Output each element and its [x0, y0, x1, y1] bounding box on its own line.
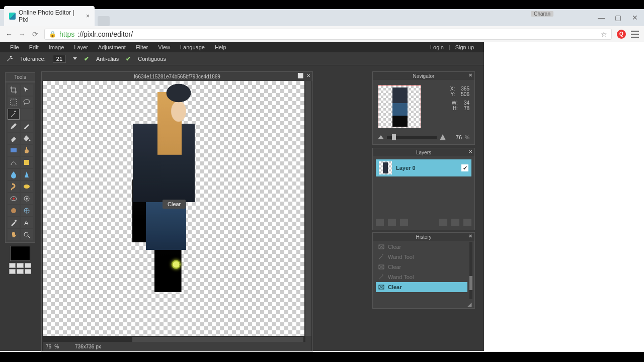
bloat-tool[interactable]: [8, 205, 20, 216]
layer-name: Layer 0: [396, 165, 457, 171]
bookmark-star-icon[interactable]: ☆: [601, 30, 607, 38]
zoom-slider[interactable]: [387, 136, 437, 139]
svg-point-15: [24, 232, 28, 236]
history-title: History: [416, 234, 431, 240]
tools-panel: Tools: [5, 72, 35, 274]
maximize-button[interactable]: ▢: [615, 14, 622, 21]
marquee-tool[interactable]: [8, 97, 20, 108]
sharpen-tool[interactable]: [21, 169, 33, 180]
history-resize-icon[interactable]: ◢: [467, 301, 473, 307]
menu-adjustment[interactable]: Adjustment: [93, 44, 131, 50]
zoom-in-icon[interactable]: [440, 134, 446, 140]
minimize-button[interactable]: —: [598, 14, 605, 21]
contiguous-checkbox[interactable]: ✔: [126, 55, 131, 62]
status-dimensions: 736x736 px: [75, 344, 101, 349]
tolerance-dropdown-icon[interactable]: [73, 57, 77, 60]
history-item[interactable]: Clear: [376, 242, 467, 252]
eraser-tool[interactable]: [8, 133, 20, 144]
layer-styles-icon[interactable]: [400, 219, 408, 226]
menu-edit[interactable]: Edit: [24, 44, 44, 50]
signup-link[interactable]: Sign up: [450, 44, 479, 50]
doc-close-icon[interactable]: ✕: [306, 73, 310, 78]
crop-tool[interactable]: [8, 84, 20, 96]
back-button[interactable]: ←: [5, 30, 13, 38]
antialias-checkbox[interactable]: ✔: [84, 55, 89, 62]
vertical-scrollbar[interactable]: [305, 81, 311, 336]
delete-layer-icon[interactable]: [451, 219, 459, 226]
favicon-icon: [9, 13, 16, 20]
menu-help[interactable]: Help: [210, 44, 231, 50]
sponge-tool[interactable]: [21, 181, 33, 192]
document-statusbar: 76 % 736x736 px: [43, 342, 311, 351]
history-close-icon[interactable]: ✕: [468, 233, 472, 239]
foreground-color[interactable]: [10, 246, 30, 261]
layer-settings-icon[interactable]: [376, 219, 384, 226]
menu-filter[interactable]: Filter: [131, 44, 153, 50]
swatch-presets[interactable]: [5, 263, 35, 274]
new-layer-icon[interactable]: [439, 219, 447, 226]
image-content: [111, 80, 246, 341]
history-scrollbar[interactable]: [469, 242, 472, 299]
resize-corner-icon[interactable]: [305, 336, 311, 342]
extension-icon[interactable]: Q: [617, 30, 626, 39]
pixlr-editor: File Edit Image Layer Adjustment Filter …: [0, 42, 484, 351]
draw-tool[interactable]: [21, 157, 33, 168]
reload-button[interactable]: ⟳: [31, 30, 39, 38]
blur-tool[interactable]: [8, 169, 20, 180]
menu-button[interactable]: [631, 31, 639, 38]
menu-view[interactable]: View: [153, 44, 175, 50]
smudge-tool[interactable]: [8, 181, 20, 192]
wand-tool[interactable]: [8, 109, 20, 120]
spot-tool[interactable]: [21, 193, 33, 204]
navigator-close-icon[interactable]: ✕: [468, 72, 472, 78]
bucket-tool[interactable]: [21, 133, 33, 144]
action-tooltip: Clear: [163, 200, 186, 209]
new-tab-button[interactable]: [98, 16, 110, 26]
tolerance-input[interactable]: 21: [53, 55, 66, 63]
redeye-tool[interactable]: [8, 193, 20, 204]
login-link[interactable]: Login: [425, 44, 449, 50]
app-menu-bar: File Edit Image Layer Adjustment Filter …: [0, 42, 484, 52]
close-window-button[interactable]: ✕: [632, 14, 639, 21]
zoom-tool[interactable]: [21, 229, 33, 240]
layer-row[interactable]: Layer 0 ✔: [376, 159, 471, 176]
picker-tool[interactable]: [8, 217, 20, 228]
pinch-tool[interactable]: [21, 205, 33, 216]
replace-tool[interactable]: [8, 157, 20, 168]
move-tool[interactable]: [21, 84, 33, 96]
gradient-tool[interactable]: [8, 145, 20, 156]
tab-close-icon[interactable]: ×: [86, 13, 90, 20]
menu-file[interactable]: File: [5, 44, 24, 50]
zoom-out-icon[interactable]: [378, 135, 384, 139]
brush-tool[interactable]: [21, 121, 33, 132]
pencil-tool[interactable]: [8, 121, 20, 132]
browser-tab[interactable]: Online Photo Editor | Pixl ×: [4, 6, 95, 26]
menu-layer[interactable]: Layer: [69, 44, 93, 50]
url-input[interactable]: 🔒 https://pixlr.com/editor/ ☆: [44, 29, 612, 40]
history-item[interactable]: Clear: [376, 262, 467, 272]
history-item-label: Clear: [388, 244, 401, 250]
history-item[interactable]: Clear: [376, 282, 467, 292]
horizontal-scrollbar[interactable]: [132, 337, 303, 342]
menu-language[interactable]: Language: [175, 44, 210, 50]
type-tool[interactable]: A: [21, 217, 33, 228]
layers-resize-icon[interactable]: [463, 219, 471, 226]
history-item[interactable]: Wand Tool: [376, 272, 467, 282]
hand-tool[interactable]: [8, 229, 20, 240]
layer-mask-icon[interactable]: [388, 219, 396, 226]
url-rest: ://pixlr.com/editor/: [77, 30, 133, 38]
history-item-label: Clear: [388, 264, 401, 270]
layers-close-icon[interactable]: ✕: [468, 149, 472, 154]
layers-toolbar: [376, 218, 471, 227]
spacer-tool: [21, 109, 33, 120]
forward-button[interactable]: →: [18, 30, 26, 38]
layer-visibility-checkbox[interactable]: ✔: [461, 164, 468, 171]
navigator-thumbnail[interactable]: [378, 85, 421, 128]
clone-tool[interactable]: [21, 145, 33, 156]
doc-maximize-icon[interactable]: ⬜: [297, 73, 303, 78]
canvas[interactable]: Clear: [43, 81, 304, 336]
menu-image[interactable]: Image: [44, 44, 69, 50]
layers-title: Layers: [416, 150, 431, 155]
history-item[interactable]: Wand Tool: [376, 252, 467, 262]
lasso-tool[interactable]: [21, 97, 33, 108]
